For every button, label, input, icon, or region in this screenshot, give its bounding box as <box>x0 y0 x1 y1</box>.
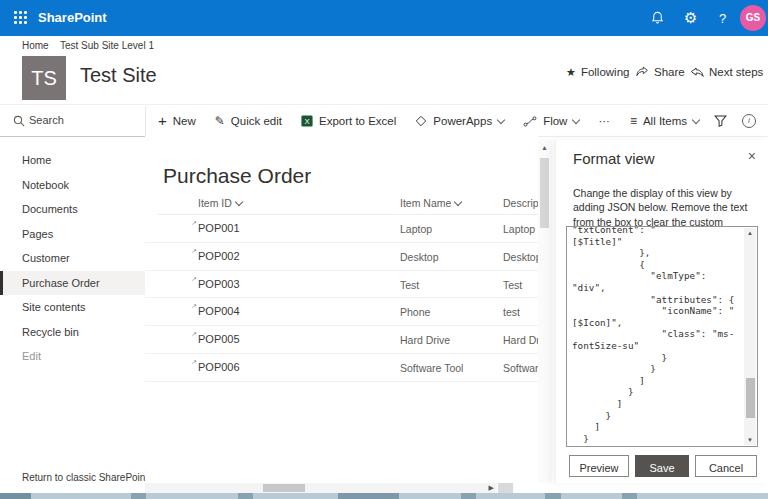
chevron-down-icon <box>497 115 505 123</box>
table-row[interactable]: ↗POP005 Hard Drive Hard Drive <box>145 326 538 354</box>
item-name-cell: Laptop <box>400 223 432 235</box>
scroll-up-icon[interactable]: ▲ <box>541 144 548 151</box>
info-icon[interactable]: i <box>742 114 756 128</box>
flow-button[interactable]: Flow <box>523 115 579 127</box>
column-header-description[interactable]: Description <box>503 197 538 209</box>
preview-button[interactable]: Preview <box>569 455 629 477</box>
vertical-scrollbar[interactable]: ▲ <box>538 140 552 483</box>
plus-icon: + <box>158 115 167 127</box>
view-selector[interactable]: ≡ All Items <box>630 114 699 128</box>
scroll-right-icon[interactable]: ▶ <box>489 484 494 492</box>
view-selector-label: All Items <box>643 115 687 127</box>
more-commands-button[interactable]: ··· <box>598 115 610 127</box>
sidebar-item-home[interactable]: Home <box>0 148 145 173</box>
sidebar-item-documents[interactable]: Documents <box>0 197 145 222</box>
chevron-down-icon <box>572 115 580 123</box>
following-label: Following <box>581 66 630 78</box>
search-icon <box>13 115 25 127</box>
brand-link[interactable]: SharePoint <box>38 10 107 25</box>
export-label: Export to Excel <box>319 115 396 127</box>
share-icon <box>636 66 649 78</box>
next-steps-icon <box>690 67 704 78</box>
breadcrumb-subsite[interactable]: Test Sub Site Level 1 <box>60 40 154 51</box>
chevron-down-icon <box>454 197 462 205</box>
editor-scrollbar[interactable]: ▲ ▼ <box>744 228 756 445</box>
column-header-item-name[interactable]: Item Name <box>400 197 461 209</box>
help-icon[interactable]: ? <box>719 11 726 27</box>
left-nav: Search Home Notebook Documents Pages Cus… <box>0 106 146 483</box>
description-cell: Desktop <box>503 251 538 263</box>
powerapps-button[interactable]: PowerApps <box>415 115 504 127</box>
table-row[interactable]: ↗POP003 Test Test <box>145 271 538 299</box>
column-label: Item ID <box>198 197 232 209</box>
description-cell: Hard Drive <box>503 334 538 346</box>
scrollbar-thumb[interactable] <box>746 378 755 418</box>
settings-gear-icon[interactable]: ⚙ <box>684 10 697 26</box>
panel-title: Format view <box>573 150 655 167</box>
save-button[interactable]: Save <box>635 455 689 477</box>
description-cell: Laptop for <box>503 223 538 235</box>
item-marker-icon: ↗ <box>191 358 196 365</box>
app-launcher-icon[interactable] <box>14 11 27 24</box>
filter-icon[interactable] <box>714 115 727 127</box>
flow-label: Flow <box>543 115 567 127</box>
item-id-cell: ↗POP006 <box>198 361 240 373</box>
export-to-excel-button[interactable]: X Export to Excel <box>301 115 396 127</box>
sidebar-item-pages[interactable]: Pages <box>0 222 145 247</box>
svg-text:X: X <box>304 117 309 126</box>
taskbar-edge <box>0 493 768 499</box>
sidebar-item-customer[interactable]: Customer <box>0 246 145 271</box>
scrollbar-thumb[interactable] <box>540 158 549 228</box>
powerapps-label: PowerApps <box>433 115 492 127</box>
horizontal-scrollbar[interactable]: ▶ <box>145 483 497 493</box>
sidebar-item-purchase-order[interactable]: Purchase Order <box>0 271 145 296</box>
notifications-bell-icon[interactable] <box>650 10 665 26</box>
site-title: Test Site <box>80 64 157 87</box>
excel-icon: X <box>301 115 313 127</box>
item-name-cell: Phone <box>400 306 430 318</box>
search-input[interactable]: Search <box>0 106 145 137</box>
item-marker-icon: ↗ <box>191 302 196 309</box>
avatar[interactable]: GS <box>740 5 766 31</box>
item-marker-icon: ↗ <box>191 247 196 254</box>
close-icon[interactable]: × <box>748 149 756 163</box>
sidebar-item-site-contents[interactable]: Site contents <box>0 295 145 320</box>
quick-edit-button[interactable]: ✎ Quick edit <box>215 114 282 128</box>
table-row[interactable]: ↗POP006 Software Tool Software T <box>145 354 538 382</box>
item-marker-icon: ↗ <box>191 219 196 226</box>
table-row[interactable]: ↗POP004 Phone test <box>145 298 538 326</box>
item-id-cell: ↗POP003 <box>198 278 240 290</box>
table-row[interactable]: ↗POP002 Desktop Desktop <box>145 243 538 271</box>
new-button[interactable]: + New <box>158 115 196 127</box>
breadcrumb-home[interactable]: Home <box>22 40 49 51</box>
column-header-item-id[interactable]: Item ID <box>198 197 242 209</box>
item-id-cell: ↗POP004 <box>198 305 240 317</box>
list-view: Purchase Order Item ID Item Name Descrip… <box>145 136 538 483</box>
cancel-button[interactable]: Cancel <box>695 455 757 477</box>
sidebar-item-recycle-bin[interactable]: Recycle bin <box>0 320 145 345</box>
table-body: ↗POP001 Laptop Laptop for ↗POP002 Deskto… <box>145 215 538 382</box>
nav-list: Home Notebook Documents Pages Customer P… <box>0 148 145 369</box>
new-label: New <box>173 115 196 127</box>
search-placeholder: Search <box>29 114 64 126</box>
scrollbar-thumb[interactable] <box>263 484 305 492</box>
scroll-up-icon[interactable]: ▲ <box>747 230 753 236</box>
table-row[interactable]: ↗POP001 Laptop Laptop for <box>145 215 538 243</box>
chevron-down-icon <box>692 115 700 123</box>
scroll-down-icon[interactable]: ▼ <box>747 437 753 443</box>
json-editor-content[interactable]: "txtContent": " [$Title]" }, { "elmType"… <box>567 226 757 447</box>
sidebar-item-notebook[interactable]: Notebook <box>0 173 145 198</box>
panel-footer: Preview Save Cancel <box>556 455 768 479</box>
format-view-panel: Format view × Change the display of this… <box>555 140 768 483</box>
next-steps-button[interactable]: Next steps <box>690 64 763 80</box>
site-logo[interactable]: TS <box>22 56 66 100</box>
share-label: Share <box>654 66 685 78</box>
description-cell: test <box>503 306 520 318</box>
sidebar-item-edit[interactable]: Edit <box>0 344 145 369</box>
following-button[interactable]: ★ Following <box>566 64 629 80</box>
share-button[interactable]: Share <box>636 64 685 80</box>
flow-icon <box>523 116 537 127</box>
return-to-classic-link[interactable]: Return to classic SharePoint <box>22 472 148 483</box>
json-editor[interactable]: "txtContent": " [$Title]" }, { "elmType"… <box>566 226 758 447</box>
item-name-cell: Hard Drive <box>400 334 450 346</box>
